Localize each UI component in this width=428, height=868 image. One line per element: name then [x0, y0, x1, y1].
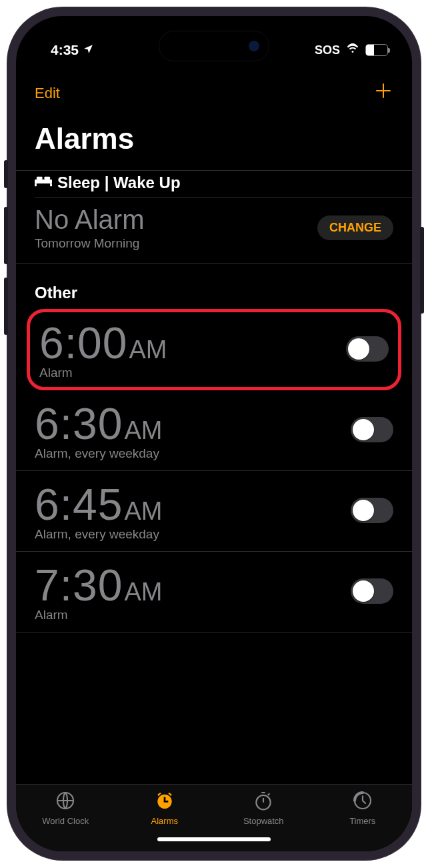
- tab-label: World Clock: [42, 816, 89, 826]
- svg-rect-8: [163, 801, 168, 803]
- tab-stopwatch[interactable]: Stopwatch: [214, 790, 313, 826]
- side-button: [4, 160, 8, 188]
- tab-alarms[interactable]: Alarms: [115, 790, 215, 826]
- home-indicator-area: [16, 827, 412, 851]
- battery-percent: 36: [366, 45, 387, 55]
- nav-bar: Edit: [16, 68, 412, 113]
- status-time: 4:35: [51, 42, 79, 58]
- sos-label: SOS: [315, 43, 340, 57]
- volume-up-button: [4, 207, 8, 264]
- other-section-title: Other: [35, 284, 77, 302]
- alarms-icon: [153, 790, 176, 813]
- dynamic-island: [159, 31, 269, 61]
- home-indicator[interactable]: [157, 837, 271, 841]
- status-left: 4:35: [51, 42, 94, 58]
- battery-icon: 36: [365, 44, 388, 56]
- svg-rect-4: [44, 177, 50, 179]
- sleep-wake-row[interactable]: No Alarm Tomorrow Morning CHANGE: [16, 198, 412, 264]
- alarm-list: 6:00AM Alarm 6:30AM Alarm, every weekday…: [16, 308, 412, 784]
- tab-bar: World Clock Alarms Stopwatch Timers: [16, 784, 412, 827]
- svg-rect-1: [35, 183, 37, 186]
- add-alarm-button[interactable]: [373, 80, 393, 106]
- alarm-time: 6:45AM: [35, 479, 162, 530]
- phone-frame: 4:35 SOS 36 Edit Al: [7, 7, 421, 861]
- tab-label: Timers: [349, 816, 375, 826]
- alarm-label: Alarm, every weekday: [35, 446, 162, 461]
- tab-label: Stopwatch: [243, 816, 284, 826]
- other-section-header: Other: [16, 264, 412, 308]
- svg-point-9: [257, 795, 271, 809]
- tab-world-clock[interactable]: World Clock: [16, 790, 115, 826]
- screen: 4:35 SOS 36 Edit Al: [16, 16, 412, 851]
- alarm-toggle[interactable]: [346, 336, 389, 362]
- alarm-label: Alarm, every weekday: [35, 527, 162, 542]
- world-clock-icon: [54, 790, 77, 813]
- edit-button[interactable]: Edit: [35, 85, 60, 102]
- camera-dot: [249, 41, 259, 51]
- sleep-sub-text: Tomorrow Morning: [35, 236, 145, 251]
- bed-icon: [35, 173, 52, 192]
- change-button[interactable]: CHANGE: [317, 215, 393, 240]
- alarm-toggle[interactable]: [351, 578, 393, 604]
- alarm-time: 6:00AM: [39, 318, 167, 368]
- alarm-row[interactable]: 6:30AM Alarm, every weekday: [16, 390, 412, 471]
- volume-down-button: [4, 278, 8, 335]
- wifi-icon: [345, 43, 360, 58]
- sleep-section-title: Sleep | Wake Up: [57, 173, 181, 192]
- stopwatch-icon: [252, 790, 275, 813]
- tab-timers[interactable]: Timers: [313, 790, 413, 826]
- sleep-section-header: Sleep | Wake Up: [16, 170, 412, 197]
- svg-rect-2: [50, 183, 52, 186]
- svg-rect-3: [37, 177, 43, 179]
- alarm-toggle[interactable]: [351, 417, 393, 442]
- timers-icon: [351, 790, 374, 813]
- alarm-row[interactable]: 6:00AM Alarm: [27, 309, 401, 390]
- alarm-toggle[interactable]: [351, 498, 393, 523]
- sleep-main-text: No Alarm: [35, 205, 145, 235]
- tab-label: Alarms: [151, 816, 178, 826]
- location-icon: [83, 42, 94, 58]
- power-button: [420, 227, 424, 314]
- status-right: SOS 36: [315, 43, 388, 58]
- svg-rect-0: [35, 179, 52, 183]
- alarm-row[interactable]: 6:45AM Alarm, every weekday: [16, 471, 412, 552]
- alarm-time: 6:30AM: [35, 398, 162, 449]
- page-title: Alarms: [16, 113, 412, 170]
- alarm-time: 7:30AM: [35, 560, 162, 610]
- alarm-row[interactable]: 7:30AM Alarm: [16, 552, 412, 632]
